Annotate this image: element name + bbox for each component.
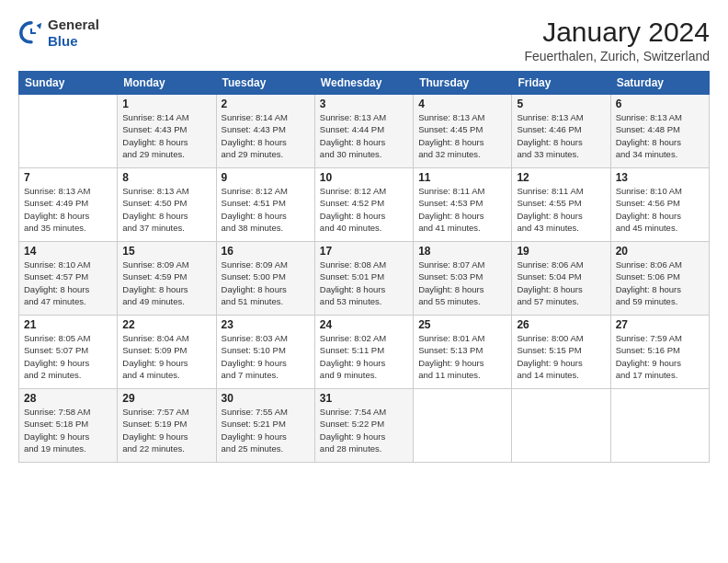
- calendar-week-row: 14Sunrise: 8:10 AM Sunset: 4:57 PM Dayli…: [19, 242, 710, 316]
- table-row: 31Sunrise: 7:54 AM Sunset: 5:22 PM Dayli…: [314, 389, 413, 463]
- logo-icon: [18, 20, 44, 46]
- table-row: 16Sunrise: 8:09 AM Sunset: 5:00 PM Dayli…: [216, 242, 314, 316]
- day-number: 19: [517, 245, 605, 258]
- table-row: 30Sunrise: 7:55 AM Sunset: 5:21 PM Dayli…: [216, 389, 314, 463]
- table-row: 19Sunrise: 8:06 AM Sunset: 5:04 PM Dayli…: [512, 242, 610, 316]
- day-number: 6: [616, 98, 704, 110]
- table-row: 4Sunrise: 8:13 AM Sunset: 4:45 PM Daylig…: [414, 95, 512, 168]
- day-info: Sunrise: 8:13 AM Sunset: 4:50 PM Dayligh…: [122, 185, 210, 234]
- day-info: Sunrise: 8:10 AM Sunset: 4:57 PM Dayligh…: [24, 259, 112, 307]
- day-number: 25: [418, 318, 506, 331]
- day-info: Sunrise: 8:02 AM Sunset: 5:11 PM Dayligh…: [320, 332, 408, 381]
- day-info: Sunrise: 8:04 AM Sunset: 5:09 PM Dayligh…: [122, 332, 210, 381]
- calendar-week-row: 7Sunrise: 8:13 AM Sunset: 4:49 PM Daylig…: [19, 168, 710, 242]
- table-row: 3Sunrise: 8:13 AM Sunset: 4:44 PM Daylig…: [314, 95, 413, 168]
- table-row: [414, 389, 512, 463]
- calendar-subtitle: Feuerthalen, Zurich, Switzerland: [524, 49, 710, 63]
- day-number: 22: [122, 318, 210, 331]
- day-number: 8: [122, 171, 210, 184]
- day-info: Sunrise: 8:14 AM Sunset: 4:43 PM Dayligh…: [122, 111, 210, 160]
- day-number: 30: [222, 392, 310, 405]
- header-thursday: Thursday: [414, 72, 512, 95]
- header-tuesday: Tuesday: [216, 72, 314, 95]
- table-row: 29Sunrise: 7:57 AM Sunset: 5:19 PM Dayli…: [118, 389, 216, 463]
- day-number: 26: [517, 318, 605, 331]
- table-row: 25Sunrise: 8:01 AM Sunset: 5:13 PM Dayli…: [414, 316, 512, 389]
- table-row: 9Sunrise: 8:12 AM Sunset: 4:51 PM Daylig…: [216, 168, 314, 242]
- day-info: Sunrise: 8:06 AM Sunset: 5:04 PM Dayligh…: [517, 259, 605, 307]
- title-area: January 2024 Feuerthalen, Zurich, Switze…: [524, 17, 710, 63]
- day-number: 24: [320, 318, 408, 331]
- table-row: 15Sunrise: 8:09 AM Sunset: 4:59 PM Dayli…: [118, 242, 216, 316]
- table-row: 20Sunrise: 8:06 AM Sunset: 5:06 PM Dayli…: [610, 242, 709, 316]
- day-info: Sunrise: 7:59 AM Sunset: 5:16 PM Dayligh…: [616, 332, 704, 381]
- day-info: Sunrise: 8:11 AM Sunset: 4:53 PM Dayligh…: [418, 185, 506, 234]
- day-number: 14: [24, 245, 112, 258]
- header-monday: Monday: [118, 72, 216, 95]
- day-info: Sunrise: 7:58 AM Sunset: 5:18 PM Dayligh…: [24, 406, 112, 454]
- table-row: 27Sunrise: 7:59 AM Sunset: 5:16 PM Dayli…: [610, 316, 709, 389]
- day-number: 2: [222, 98, 310, 110]
- table-row: [512, 389, 610, 463]
- table-row: 28Sunrise: 7:58 AM Sunset: 5:18 PM Dayli…: [19, 389, 118, 463]
- table-row: 8Sunrise: 8:13 AM Sunset: 4:50 PM Daylig…: [118, 168, 216, 242]
- day-info: Sunrise: 8:00 AM Sunset: 5:15 PM Dayligh…: [517, 332, 605, 381]
- day-info: Sunrise: 7:57 AM Sunset: 5:19 PM Dayligh…: [122, 406, 210, 454]
- day-number: 1: [122, 98, 210, 110]
- day-number: 23: [222, 318, 310, 331]
- table-row: [19, 95, 118, 168]
- table-row: 22Sunrise: 8:04 AM Sunset: 5:09 PM Dayli…: [118, 316, 216, 389]
- day-info: Sunrise: 8:09 AM Sunset: 4:59 PM Dayligh…: [122, 259, 210, 307]
- day-info: Sunrise: 8:06 AM Sunset: 5:06 PM Dayligh…: [616, 259, 704, 307]
- day-info: Sunrise: 8:11 AM Sunset: 4:55 PM Dayligh…: [517, 185, 605, 234]
- day-number: 10: [320, 171, 408, 184]
- table-row: 12Sunrise: 8:11 AM Sunset: 4:55 PM Dayli…: [512, 168, 610, 242]
- table-row: 13Sunrise: 8:10 AM Sunset: 4:56 PM Dayli…: [610, 168, 709, 242]
- header-wednesday: Wednesday: [314, 72, 413, 95]
- day-number: 18: [418, 245, 506, 258]
- table-row: 1Sunrise: 8:14 AM Sunset: 4:43 PM Daylig…: [118, 95, 216, 168]
- table-row: 10Sunrise: 8:12 AM Sunset: 4:52 PM Dayli…: [314, 168, 413, 242]
- weekday-header-row: Sunday Monday Tuesday Wednesday Thursday…: [19, 72, 710, 95]
- day-info: Sunrise: 8:13 AM Sunset: 4:49 PM Dayligh…: [24, 185, 112, 234]
- day-info: Sunrise: 7:54 AM Sunset: 5:22 PM Dayligh…: [320, 406, 408, 454]
- day-info: Sunrise: 8:13 AM Sunset: 4:45 PM Dayligh…: [418, 111, 506, 160]
- day-info: Sunrise: 8:03 AM Sunset: 5:10 PM Dayligh…: [222, 332, 310, 381]
- day-number: 16: [222, 245, 310, 258]
- day-number: 29: [122, 392, 210, 405]
- day-info: Sunrise: 8:13 AM Sunset: 4:46 PM Dayligh…: [517, 111, 605, 160]
- day-number: 17: [320, 245, 408, 258]
- day-number: 4: [418, 98, 506, 110]
- day-number: 11: [418, 171, 506, 184]
- logo-blue: Blue: [48, 33, 99, 50]
- logo: General Blue: [18, 17, 99, 50]
- table-row: 6Sunrise: 8:13 AM Sunset: 4:48 PM Daylig…: [610, 95, 709, 168]
- day-info: Sunrise: 8:08 AM Sunset: 5:01 PM Dayligh…: [320, 259, 408, 307]
- header: General Blue January 2024 Feuerthalen, Z…: [18, 17, 710, 63]
- day-info: Sunrise: 8:13 AM Sunset: 4:48 PM Dayligh…: [616, 111, 704, 160]
- day-number: 27: [616, 318, 704, 331]
- day-number: 7: [24, 171, 112, 184]
- page: General Blue January 2024 Feuerthalen, Z…: [0, 0, 728, 563]
- table-row: [610, 389, 709, 463]
- day-info: Sunrise: 7:55 AM Sunset: 5:21 PM Dayligh…: [222, 406, 310, 454]
- day-number: 9: [222, 171, 310, 184]
- day-number: 13: [616, 171, 704, 184]
- day-info: Sunrise: 8:09 AM Sunset: 5:00 PM Dayligh…: [222, 259, 310, 307]
- day-info: Sunrise: 8:12 AM Sunset: 4:52 PM Dayligh…: [320, 185, 408, 234]
- header-sunday: Sunday: [19, 72, 118, 95]
- calendar-week-row: 28Sunrise: 7:58 AM Sunset: 5:18 PM Dayli…: [19, 389, 710, 463]
- logo-text: General Blue: [48, 17, 99, 50]
- table-row: 7Sunrise: 8:13 AM Sunset: 4:49 PM Daylig…: [19, 168, 118, 242]
- calendar-week-row: 21Sunrise: 8:05 AM Sunset: 5:07 PM Dayli…: [19, 316, 710, 389]
- calendar-table: Sunday Monday Tuesday Wednesday Thursday…: [18, 71, 710, 463]
- table-row: 17Sunrise: 8:08 AM Sunset: 5:01 PM Dayli…: [314, 242, 413, 316]
- day-number: 21: [24, 318, 112, 331]
- day-info: Sunrise: 8:10 AM Sunset: 4:56 PM Dayligh…: [616, 185, 704, 234]
- calendar-week-row: 1Sunrise: 8:14 AM Sunset: 4:43 PM Daylig…: [19, 95, 710, 168]
- day-number: 28: [24, 392, 112, 405]
- day-number: 5: [517, 98, 605, 110]
- table-row: 5Sunrise: 8:13 AM Sunset: 4:46 PM Daylig…: [512, 95, 610, 168]
- logo-general: General: [48, 17, 99, 33]
- table-row: 21Sunrise: 8:05 AM Sunset: 5:07 PM Dayli…: [19, 316, 118, 389]
